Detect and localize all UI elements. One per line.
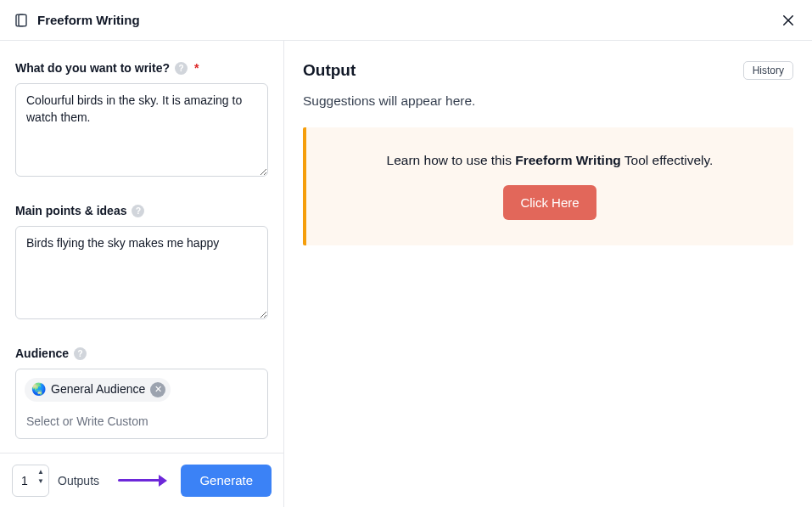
globe-icon: 🌏 xyxy=(31,381,46,398)
output-header: Output History xyxy=(303,61,793,80)
arrow-annotation xyxy=(108,475,172,487)
callout-bold: Freeform Writing xyxy=(515,153,621,167)
outputs-value: 1 xyxy=(21,474,28,487)
left-panel: What do you want to write? ? * Main poin… xyxy=(0,41,284,507)
app-header: Freeform Writing xyxy=(0,0,812,41)
left-footer: 1 ▲ ▼ Outputs Generate xyxy=(0,453,283,507)
step-up-icon[interactable]: ▲ xyxy=(36,468,45,476)
mainpoints-textarea[interactable] xyxy=(15,226,268,319)
output-title: Output xyxy=(303,61,356,80)
callout-post: Tool effectively. xyxy=(621,153,714,167)
mainpoints-group: Main points & ideas ? xyxy=(15,204,268,323)
step-down-icon[interactable]: ▼ xyxy=(36,477,45,486)
right-panel: Output History Suggestions will appear h… xyxy=(284,41,812,507)
generate-button[interactable]: Generate xyxy=(181,465,272,497)
learn-callout: Learn how to use this Freeform Writing T… xyxy=(303,127,793,245)
outputs-stepper[interactable]: 1 ▲ ▼ xyxy=(12,465,49,497)
mainpoints-label: Main points & ideas ? xyxy=(15,204,268,217)
audience-label-text: Audience xyxy=(15,346,69,360)
required-mark: * xyxy=(194,61,199,75)
page-title: Freeform Writing xyxy=(37,13,140,27)
suggestions-text: Suggestions will appear here. xyxy=(303,93,793,109)
callout-text: Learn how to use this Freeform Writing T… xyxy=(323,153,776,168)
chip-text: General Audience xyxy=(51,381,145,398)
audience-input[interactable]: 🌏 General Audience ✕ Select or Write Cus… xyxy=(15,369,268,439)
audience-chip: 🌏 General Audience ✕ xyxy=(25,378,171,402)
prompt-label-text: What do you want to write? xyxy=(15,61,170,75)
prompt-group: What do you want to write? ? * xyxy=(15,61,268,180)
audience-label: Audience ? xyxy=(15,346,268,360)
outputs-label: Outputs xyxy=(58,474,99,487)
history-button[interactable]: History xyxy=(743,61,793,80)
prompt-textarea[interactable] xyxy=(15,83,268,177)
mainpoints-label-text: Main points & ideas xyxy=(15,204,126,217)
callout-pre: Learn how to use this xyxy=(387,153,516,167)
close-button[interactable] xyxy=(778,10,798,31)
help-icon[interactable]: ? xyxy=(175,62,188,75)
audience-placeholder[interactable]: Select or Write Custom xyxy=(25,408,259,434)
help-icon[interactable]: ? xyxy=(132,205,144,217)
audience-group: Audience ? 🌏 General Audience ✕ Select o… xyxy=(15,346,268,439)
help-icon[interactable]: ? xyxy=(74,347,87,360)
form-scroll[interactable]: What do you want to write? ? * Main poin… xyxy=(0,41,283,453)
freeform-icon xyxy=(14,13,29,28)
chip-remove-icon[interactable]: ✕ xyxy=(150,382,165,397)
prompt-label: What do you want to write? ? * xyxy=(15,61,268,75)
svg-rect-1 xyxy=(19,14,26,26)
click-here-button[interactable]: Click Here xyxy=(503,185,596,220)
